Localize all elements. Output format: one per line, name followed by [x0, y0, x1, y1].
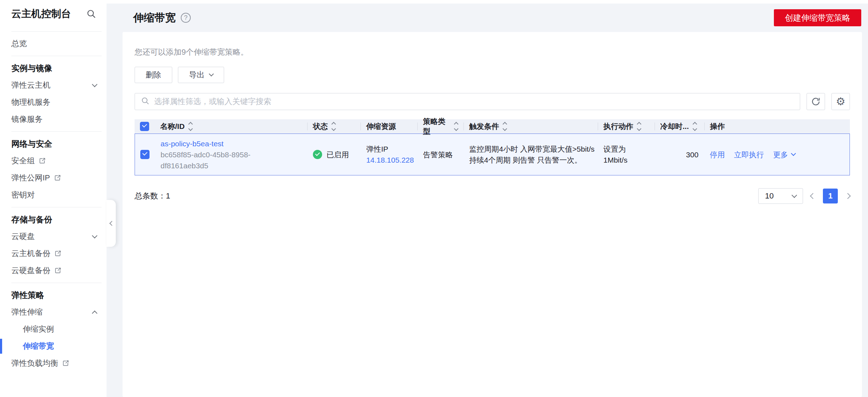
sidebar-item-label: 云主机备份: [11, 248, 50, 259]
sidebar-item-auto-scaling[interactable]: 弹性伸缩: [0, 304, 107, 321]
col-label: 策略类型: [423, 116, 450, 136]
col-header-scaling-resource: 伸缩资源: [360, 119, 417, 134]
sidebar-item-label: 弹性负载均衡: [11, 358, 58, 369]
sidebar-item-eip[interactable]: 弹性公网IP: [0, 169, 107, 186]
gear-icon: ⚙: [836, 96, 846, 107]
col-header-trigger-condition[interactable]: 触发条件: [463, 119, 598, 134]
col-header-status[interactable]: 状态: [307, 119, 360, 134]
col-header-operation: 操作: [704, 119, 850, 134]
sidebar-item-label: 弹性公网IP: [11, 173, 50, 183]
chevron-down-icon: [209, 71, 214, 76]
sidebar-item-label: 总览: [11, 38, 27, 49]
policy-id: bc658f85-adc0-45b8-8958-df8161aeb3d5: [161, 149, 260, 171]
sidebar-item-disk-backup[interactable]: 云硬盘备份: [0, 262, 107, 279]
quota-hint: 您还可以添加9个伸缩带宽策略。: [135, 47, 850, 58]
refresh-icon: [810, 96, 821, 107]
status-badge: 已启用: [313, 149, 355, 160]
divider: [11, 31, 102, 32]
search-row: ⚙: [135, 93, 850, 110]
current-page-button[interactable]: 1: [823, 189, 838, 203]
pagination: 总条数： 1 10 1: [135, 188, 850, 204]
execute-now-button[interactable]: 立即执行: [734, 149, 764, 160]
page-size-select[interactable]: 10: [758, 188, 803, 204]
sort-icon[interactable]: [455, 123, 458, 130]
sidebar-item-overview[interactable]: 总览: [0, 35, 107, 52]
sidebar-item-elb[interactable]: 弹性负载均衡: [0, 355, 107, 372]
divider: [11, 283, 102, 283]
sort-icon[interactable]: [332, 123, 335, 130]
action-cell: 设置为 1Mbit/s: [598, 143, 655, 165]
create-bandwidth-policy-button[interactable]: 创建伸缩带宽策略: [774, 9, 861, 26]
scaling-resource-cell: 弹性IP 14.18.105.228: [360, 143, 417, 165]
export-button-label: 导出: [189, 70, 205, 80]
select-all-cell: [135, 119, 154, 134]
sidebar-item-label: 云硬盘: [11, 231, 35, 242]
col-label: 操作: [710, 121, 725, 131]
filter-search-box[interactable]: [135, 93, 800, 110]
sidebar-section-instances: 实例与镜像: [0, 60, 107, 77]
sidebar-item-security-group[interactable]: 安全组: [0, 152, 107, 169]
sidebar-item-keypair[interactable]: 密钥对: [0, 186, 107, 203]
more-button[interactable]: 更多: [773, 149, 795, 160]
export-button[interactable]: 导出: [178, 67, 224, 83]
sort-icon[interactable]: [189, 123, 192, 130]
select-all-checkbox[interactable]: [140, 122, 149, 131]
action-line2: 1Mbit/s: [603, 154, 649, 165]
row-select-cell: [135, 150, 155, 159]
sidebar-item-server-backup[interactable]: 云主机备份: [0, 245, 107, 262]
col-label: 状态: [313, 121, 328, 131]
sort-icon[interactable]: [693, 123, 696, 130]
col-header-name-id[interactable]: 名称/ID: [154, 119, 307, 134]
col-header-action[interactable]: 执行动作: [598, 119, 655, 134]
sidebar-item-scaling-bandwidth[interactable]: 伸缩带宽: [0, 338, 107, 355]
help-icon[interactable]: ?: [181, 13, 191, 23]
disable-button[interactable]: 停用: [710, 149, 725, 160]
search-input[interactable]: [154, 97, 794, 106]
page-header: 伸缩带宽 ? 创建伸缩带宽策略: [107, 4, 868, 32]
col-label: 名称/ID: [160, 121, 185, 131]
sort-icon[interactable]: [503, 123, 506, 130]
chevron-up-icon: [92, 310, 98, 316]
chevron-left-icon: [109, 221, 114, 226]
sort-icon[interactable]: [638, 123, 641, 130]
sidebar-section-network: 网络与安全: [0, 135, 107, 152]
sidebar-item-physical-server[interactable]: 物理机服务: [0, 94, 107, 111]
refresh-button[interactable]: [807, 93, 825, 110]
sidebar-item-ecs[interactable]: 弹性云主机: [0, 77, 107, 94]
resource-ip-link[interactable]: 14.18.105.228: [366, 154, 416, 165]
next-page-button[interactable]: [845, 193, 851, 199]
sidebar-section-elastic-policy: 弹性策略: [0, 287, 107, 304]
status-label: 已启用: [326, 149, 349, 160]
content-card: 您还可以添加9个伸缩带宽策略。 删除 导出 ⚙: [123, 32, 862, 397]
more-button-label: 更多: [773, 149, 788, 160]
policy-table: 名称/ID 状态 伸缩资源 策略类型 触发条件: [135, 119, 850, 175]
sidebar-item-image-service[interactable]: 镜像服务: [0, 111, 107, 128]
sidebar-section-storage: 存储与备份: [0, 211, 107, 228]
sidebar-item-label: 弹性云主机: [11, 80, 50, 91]
action-line1: 设置为: [603, 143, 649, 154]
operation-cell: 停用 立即执行 更多: [704, 149, 850, 160]
row-checkbox[interactable]: [140, 150, 150, 159]
resource-type-label: 弹性IP: [366, 143, 412, 154]
sidebar-item-label: 伸缩带宽: [23, 341, 54, 352]
policy-type-cell: 告警策略: [417, 149, 463, 160]
status-enabled-icon: [313, 150, 322, 159]
sidebar-item-label: 伸缩实例: [23, 324, 54, 335]
total-count-label: 总条数：: [135, 191, 166, 201]
chevron-down-icon: [92, 81, 98, 87]
sidebar-item-scaling-instance[interactable]: 伸缩实例: [0, 321, 107, 338]
sidebar-collapse-button[interactable]: [107, 200, 116, 247]
policy-name-link[interactable]: as-policy-b5ea-test: [161, 138, 302, 149]
delete-button-label: 删除: [146, 70, 161, 80]
sidebar-item-evs[interactable]: 云硬盘: [0, 228, 107, 245]
search-icon[interactable]: [86, 9, 97, 19]
external-link-icon: [38, 157, 46, 165]
settings-button[interactable]: ⚙: [831, 93, 850, 110]
col-header-policy-type[interactable]: 策略类型: [417, 119, 463, 134]
col-label: 伸缩资源: [366, 121, 396, 131]
sidebar-item-label: 云硬盘备份: [11, 265, 50, 276]
delete-button[interactable]: 删除: [135, 67, 172, 83]
console-page: 云主机控制台 总览 实例与镜像 弹性云主机 物理机服务 镜像服务 网络与安全 安…: [0, 0, 868, 397]
previous-page-button[interactable]: [810, 193, 816, 199]
col-header-cooldown[interactable]: 冷却时...: [655, 119, 704, 134]
